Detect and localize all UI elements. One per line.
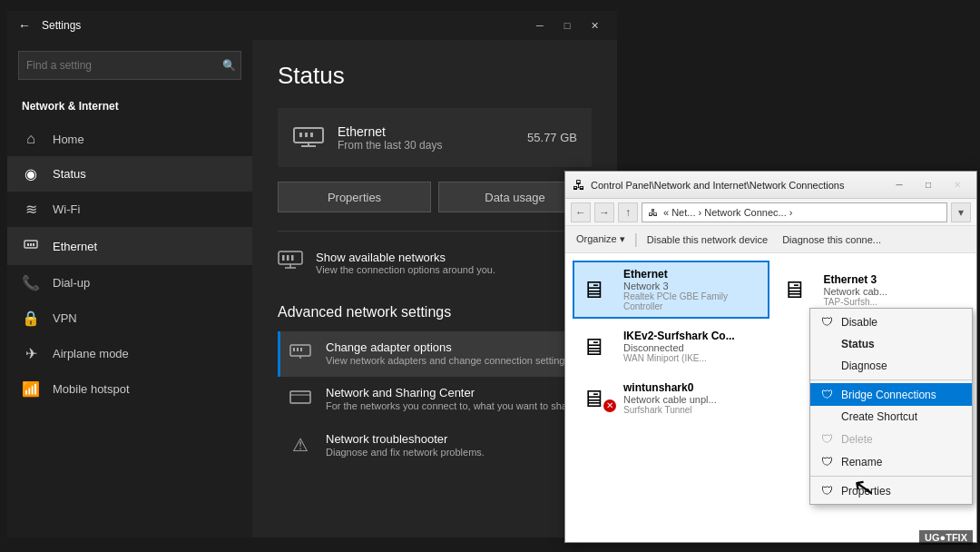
ctx-properties[interactable]: 🛡 Properties xyxy=(810,479,972,502)
main-content: Status Ethernet From the last 30 days xyxy=(252,40,617,537)
advanced-heading: Advanced network settings xyxy=(278,304,592,320)
ikev2-type: Disconnected xyxy=(623,342,769,353)
adapter-text: Change adapter options View network adap… xyxy=(326,340,573,368)
troubleshooter-title: Network troubleshooter xyxy=(326,432,485,446)
ctx-diagnose[interactable]: Diagnose xyxy=(810,355,972,377)
sidebar-item-airplane[interactable]: ✈ Airplane mode xyxy=(7,336,252,371)
sidebar-item-vpn[interactable]: 🔒 VPN xyxy=(7,301,252,336)
cp-title-icon: 🖧 xyxy=(573,178,585,192)
ctx-rename-icon: 🛡 xyxy=(819,455,834,468)
network-item-ikev2[interactable]: 🖥 IKEv2-Surfshark Co... Disconnected WAN… xyxy=(573,322,779,370)
svg-rect-4 xyxy=(294,128,323,143)
sidebar-item-status[interactable]: ◉ Status xyxy=(7,156,252,192)
cp-forward-button[interactable]: → xyxy=(594,202,614,222)
ctx-properties-label: Properties xyxy=(841,485,891,498)
cp-disable-button[interactable]: Disable this network device xyxy=(642,232,773,247)
setting-item-sharing[interactable]: Network and Sharing Center For the netwo… xyxy=(278,377,592,422)
sidebar-item-label: Airplane mode xyxy=(53,347,129,360)
sidebar-item-hotspot[interactable]: 📶 Mobile hotspot xyxy=(7,371,252,407)
svg-rect-19 xyxy=(300,348,302,351)
ikev2-name: IKEv2-Surfshark Co... xyxy=(623,330,769,342)
sidebar-item-home[interactable]: ⌂ Home xyxy=(7,122,252,156)
ctx-diagnose-label: Diagnose xyxy=(841,360,887,372)
ctx-rename[interactable]: 🛡 Rename xyxy=(810,450,972,473)
wintun-name: wintunshark0 xyxy=(623,381,769,394)
svg-rect-1 xyxy=(27,243,29,246)
search-input[interactable] xyxy=(18,51,241,80)
cp-toolbar: Organize ▾ | Disable this network device… xyxy=(565,226,976,253)
cp-minimize-button[interactable]: ─ xyxy=(887,173,911,197)
ctx-bridge-label: Bridge Connections xyxy=(841,389,936,401)
sidebar-item-dialup[interactable]: 📞 Dial-up xyxy=(7,265,252,301)
troubleshooter-icon: ⚠ xyxy=(288,434,313,456)
sidebar-item-ethernet[interactable]: Ethernet xyxy=(7,227,252,265)
close-button[interactable]: ✕ xyxy=(583,14,606,37)
minimize-button[interactable]: ─ xyxy=(528,14,552,37)
maximize-button[interactable]: □ xyxy=(555,14,579,37)
sharing-icon xyxy=(288,388,313,410)
ikev2-info: IKEv2-Surfshark Co... Disconnected WAN M… xyxy=(623,330,769,363)
back-button[interactable]: ← xyxy=(18,18,31,33)
svg-rect-18 xyxy=(297,348,299,351)
cp-organize-button[interactable]: Organize ▾ xyxy=(571,232,631,247)
ethernet3-name: Ethernet 3 xyxy=(824,273,961,286)
airplane-icon: ✈ xyxy=(22,345,40,362)
cp-close-button[interactable]: ✕ xyxy=(946,173,969,197)
svg-rect-5 xyxy=(299,133,302,137)
svg-rect-11 xyxy=(282,255,285,261)
sidebar-item-label: Mobile hotspot xyxy=(53,382,130,396)
status-data-size: 55.77 GB xyxy=(527,131,577,144)
sidebar-item-label: Status xyxy=(53,167,86,181)
cp-back-button[interactable]: ← xyxy=(571,202,591,222)
settings-body: 🔍 Network & Internet ⌂ Home ◉ Status ≋ W… xyxy=(7,40,617,537)
cp-maximize-button[interactable]: □ xyxy=(916,173,940,197)
home-icon: ⌂ xyxy=(22,131,40,147)
network-item-wintun[interactable]: 🖥 ✕ wintunshark0 Network cable unpl... S… xyxy=(573,374,779,422)
ctx-status-label: Status xyxy=(841,338,875,350)
network-status-icon xyxy=(292,121,325,154)
title-bar: ← Settings ─ □ ✕ xyxy=(7,11,617,40)
cp-toolbar-sep: | xyxy=(634,232,638,248)
wintun-type: Network cable unpl... xyxy=(623,394,769,405)
ctx-shortcut[interactable]: Create Shortcut xyxy=(810,406,972,428)
ethernet3-hw: TAP-Surfsh... xyxy=(824,297,961,307)
svg-rect-21 xyxy=(290,391,310,403)
wintun-info: wintunshark0 Network cable unpl... Surfs… xyxy=(623,381,769,415)
search-box: 🔍 xyxy=(18,51,241,80)
cp-diagnose-button[interactable]: Diagnose this conne... xyxy=(777,232,887,247)
status-info: Ethernet From the last 30 days xyxy=(338,124,514,152)
ethernet-name: Ethernet xyxy=(623,268,760,281)
ethernet3-net-icon: 🖥 xyxy=(782,276,815,303)
svg-rect-3 xyxy=(33,243,34,246)
setting-item-adapter[interactable]: Change adapter options View network adap… xyxy=(278,331,592,377)
setting-item-troubleshooter[interactable]: ⚠ Network troubleshooter Diagnose and fi… xyxy=(278,423,592,468)
sidebar-item-label: Dial-up xyxy=(53,276,90,290)
ctx-status[interactable]: Status xyxy=(810,333,972,355)
status-icon: ◉ xyxy=(22,165,40,182)
networks-icon xyxy=(278,250,303,275)
properties-button[interactable]: Properties xyxy=(278,182,431,212)
cp-dropdown-button[interactable]: ▾ xyxy=(951,202,971,222)
network-item-ethernet[interactable]: 🖥 Ethernet Network 3 Realtek PCIe GBE Fa… xyxy=(573,261,769,319)
sidebar-item-wifi[interactable]: ≋ Wi-Fi xyxy=(7,192,252,227)
troubleshooter-text: Network troubleshooter Diagnose and fix … xyxy=(326,432,485,459)
adapter-sub: View network adapters and change connect… xyxy=(326,354,573,368)
ctx-delete: 🛡 Delete xyxy=(810,428,972,450)
sidebar-item-label: Home xyxy=(53,133,84,146)
ctx-bridge[interactable]: 🛡 Bridge Connections xyxy=(810,383,972,406)
svg-rect-2 xyxy=(30,243,32,246)
adapter-icon xyxy=(288,342,313,365)
ethernet-type: Network 3 xyxy=(623,281,760,291)
ikev2-net-icon: 🖥 xyxy=(582,333,614,360)
ctx-disable[interactable]: 🛡 Disable xyxy=(810,310,972,333)
divider xyxy=(278,231,592,232)
sidebar-item-label: Wi-Fi xyxy=(53,202,80,216)
cp-address-bar[interactable]: 🖧 « Net... › Network Connec... › xyxy=(642,202,947,222)
show-networks[interactable]: Show available networks View the connect… xyxy=(278,242,592,290)
page-title: Status xyxy=(278,62,592,90)
cp-up-button[interactable]: ↑ xyxy=(618,202,638,222)
settings-window: ← Settings ─ □ ✕ 🔍 Network & Internet ⌂ … xyxy=(7,11,617,537)
sidebar-item-label: VPN xyxy=(53,311,77,325)
sharing-title: Network and Sharing Center xyxy=(326,386,575,399)
ikev2-hw: WAN Miniport (IKE... xyxy=(623,353,769,363)
